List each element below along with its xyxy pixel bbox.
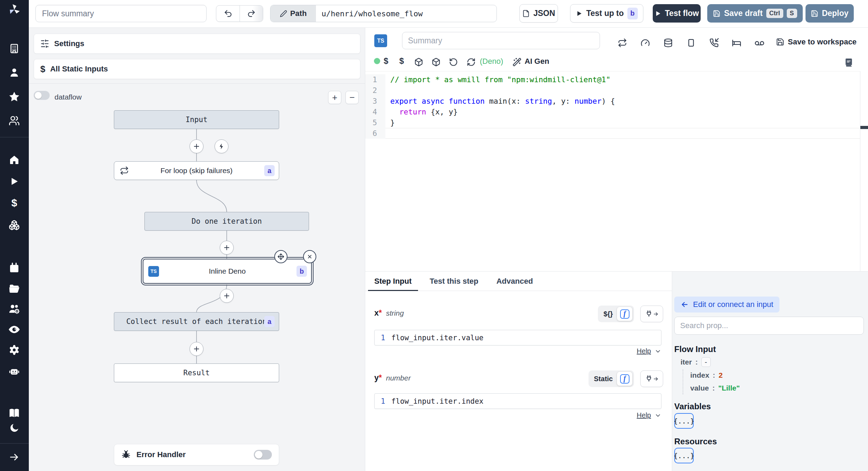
workers-users-gear-icon[interactable] xyxy=(8,303,20,315)
package-icon[interactable] xyxy=(414,58,423,67)
path-value[interactable]: u/henri/wholesome_flow xyxy=(316,5,496,22)
deploy-button[interactable]: Deploy xyxy=(806,4,854,23)
error-handler-toggle[interactable] xyxy=(254,450,272,460)
dataflow-toggle[interactable] xyxy=(34,91,50,100)
audit-eye-icon[interactable] xyxy=(8,323,20,336)
field-y-connect-button[interactable] xyxy=(640,370,663,387)
favorites-star-icon[interactable] xyxy=(8,91,20,103)
add-step-button[interactable] xyxy=(220,289,234,303)
variables-title: Variables xyxy=(674,402,711,411)
kbd-s: S xyxy=(787,9,797,18)
add-step-button[interactable] xyxy=(190,342,203,356)
cache-database-icon[interactable] xyxy=(663,38,673,48)
groups-users-icon[interactable] xyxy=(8,114,20,127)
ai-gen-wand-icon[interactable] xyxy=(512,58,521,67)
schedules-calendar-icon[interactable] xyxy=(8,262,20,274)
concurrency-square-icon[interactable] xyxy=(686,38,696,48)
edit-path-button[interactable]: Path xyxy=(270,5,316,22)
reset-rotate-ccw-icon[interactable] xyxy=(449,58,458,67)
tab-test-this-step[interactable]: Test this step xyxy=(421,272,487,291)
expand-sidebar-arrow-icon[interactable] xyxy=(8,451,20,463)
variables-dollar-icon[interactable]: $ xyxy=(8,197,20,209)
graph-node-do-one-iteration[interactable]: Do one iteration xyxy=(144,212,309,231)
flow-input-value-row[interactable]: value : "Lille" xyxy=(690,384,740,392)
graph-node-collect-result[interactable]: Collect result of each iteration a xyxy=(114,312,279,331)
field-x-help-link[interactable]: Help xyxy=(637,347,661,355)
flow-input-iter-row[interactable]: iter : - xyxy=(681,357,711,367)
field-y-mode-toggle[interactable]: Static f xyxy=(589,370,634,387)
search-prop-input[interactable] xyxy=(674,317,864,335)
test-flow-button[interactable]: Test flow xyxy=(653,4,701,23)
edit-or-connect-button[interactable]: Edit or connect an input xyxy=(674,297,779,312)
dark-mode-moon-icon[interactable] xyxy=(8,422,20,434)
step-summary-input[interactable] xyxy=(402,32,600,49)
code-editor[interactable]: 1// import * as wmill from "npm:windmill… xyxy=(365,71,860,271)
collapse-iter-button[interactable]: - xyxy=(701,357,711,367)
zoom-out-button[interactable]: − xyxy=(345,91,359,104)
all-static-inputs-button[interactable]: $ All Static Inputs xyxy=(34,59,360,79)
tab-advanced[interactable]: Advanced xyxy=(487,272,542,291)
status-dot xyxy=(374,58,381,65)
tab-step-input[interactable]: Step Input xyxy=(365,272,421,291)
settings-gear-icon[interactable] xyxy=(8,344,20,356)
add-step-button[interactable] xyxy=(190,139,203,153)
resources-boxes-icon[interactable] xyxy=(8,219,20,231)
error-handler-row[interactable]: Error Handler xyxy=(114,444,279,465)
add-trigger-bolt-button[interactable] xyxy=(215,139,228,153)
variable-picker-icon[interactable]: $ xyxy=(384,56,388,66)
graph-node-result[interactable]: Result xyxy=(114,363,279,382)
flow-settings-button[interactable]: Settings xyxy=(34,34,360,54)
field-x-expression-editor[interactable]: 1 flow_input.iter.value xyxy=(374,330,661,345)
line-number: 1 xyxy=(375,334,391,342)
json-button[interactable]: JSON xyxy=(519,4,558,23)
field-y-expression-editor[interactable]: 1 flow_input.iter.index xyxy=(374,393,661,409)
ai-gen-label[interactable]: AI Gen xyxy=(525,57,549,66)
redo-button[interactable] xyxy=(240,6,263,22)
javascript-mode-button[interactable]: f xyxy=(617,307,632,321)
reload-refresh-icon[interactable] xyxy=(467,58,476,67)
variables-object-chip[interactable]: {...} xyxy=(674,413,694,429)
docs-book-icon[interactable] xyxy=(8,407,20,419)
resource-picker-icon[interactable]: $ xyxy=(399,56,404,66)
windmill-logo-icon[interactable] xyxy=(8,3,20,16)
retries-repeat-icon[interactable] xyxy=(618,38,627,48)
move-node-handle[interactable] xyxy=(274,250,287,263)
resources-object-chip[interactable]: {...} xyxy=(674,448,694,463)
graph-node-for-loop[interactable]: For loop (skip failures) a xyxy=(114,161,279,180)
script-library-book-icon[interactable] xyxy=(844,58,853,67)
graph-node-inline-deno[interactable]: TS Inline Deno b xyxy=(143,259,312,284)
resources-title: Resources xyxy=(674,437,717,446)
runtime-label: (Deno) xyxy=(480,57,503,66)
result-node-label: Result xyxy=(183,369,210,377)
user-icon[interactable] xyxy=(8,66,20,79)
field-x-connect-button[interactable] xyxy=(640,306,663,322)
flow-input-index-row[interactable]: index : 2 xyxy=(690,371,723,379)
arrow-left-icon xyxy=(681,300,689,309)
field-x-mode-toggle[interactable]: ${} f xyxy=(598,306,634,322)
runs-play-icon[interactable] xyxy=(8,175,20,188)
javascript-mode-button[interactable]: f xyxy=(617,372,632,386)
ai-bot-icon[interactable] xyxy=(8,365,20,377)
delete-node-button[interactable] xyxy=(303,250,316,263)
undo-button[interactable] xyxy=(216,6,240,22)
mock-voicemail-icon[interactable] xyxy=(754,38,765,48)
folders-icon[interactable] xyxy=(8,282,20,295)
suspend-phone-icon[interactable] xyxy=(709,38,719,48)
package-icon[interactable] xyxy=(432,58,441,67)
home-icon[interactable] xyxy=(8,154,20,166)
editor-cursor-mark xyxy=(860,126,868,129)
add-step-button[interactable] xyxy=(220,241,234,255)
zoom-in-button[interactable]: + xyxy=(328,91,341,104)
field-y-help-link[interactable]: Help xyxy=(637,411,661,419)
early-stop-gauge-icon[interactable] xyxy=(641,38,650,48)
graph-node-input[interactable]: Input xyxy=(114,110,279,129)
test-up-to-button[interactable]: Test up to b xyxy=(570,4,643,23)
undo-redo-group xyxy=(216,5,263,22)
sleep-bed-icon[interactable] xyxy=(732,38,741,48)
flow-summary-input[interactable] xyxy=(35,5,207,22)
save-to-workspace-button[interactable]: Save to workspace xyxy=(776,37,857,46)
input-node-label: Input xyxy=(185,115,207,124)
save-draft-button[interactable]: Save draft Ctrl S xyxy=(707,4,803,23)
workspace-building-icon[interactable] xyxy=(8,42,20,55)
code-line: 2 xyxy=(365,85,860,96)
